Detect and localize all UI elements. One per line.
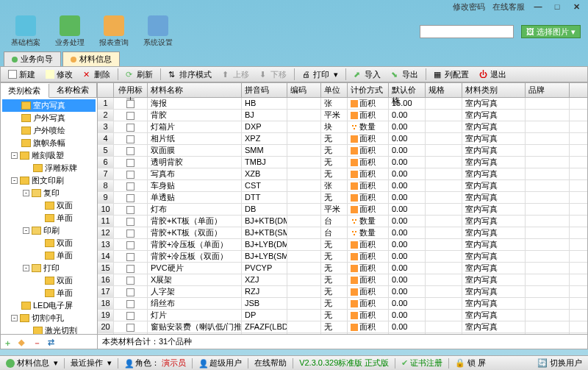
expand-icon[interactable]: - <box>23 265 29 271</box>
tree-item[interactable]: 双面 <box>2 199 96 212</box>
table-row[interactable]: 19灯片DP无面积0.00室内写真 <box>98 310 587 321</box>
disabled-checkbox[interactable] <box>126 124 135 132</box>
tree-item[interactable]: 激光切割 <box>2 324 96 334</box>
status-super[interactable]: 👤超级用户 <box>196 357 245 369</box>
status-material[interactable]: 材料信息 ▾ <box>3 357 61 369</box>
col-name[interactable]: 材料名称 <box>148 83 242 97</box>
table-row[interactable]: 18绢丝布JSB无面积0.00室内写真 <box>98 298 587 310</box>
disabled-checkbox[interactable] <box>126 312 135 320</box>
sidetab-category[interactable]: 类别检索 <box>1 84 49 98</box>
table-row[interactable]: 17人字架RZJ无面积0.00室内写真 <box>98 286 587 298</box>
tree-item[interactable]: 单面 <box>2 249 96 262</box>
table-row[interactable]: 4相片纸XPZ无面积0.00室内写真 <box>98 133 587 145</box>
table-row[interactable]: 14背胶+冷压板（双面）BJ+LYB(SM)无面积0.00室内写真 <box>98 251 587 263</box>
tab-material-info[interactable]: 材料信息 <box>62 51 120 66</box>
exit-button[interactable]: ⏻退出 <box>475 68 511 81</box>
col-disabled[interactable]: 停用标志 <box>114 83 148 97</box>
disabled-checkbox[interactable] <box>126 230 135 238</box>
disabled-checkbox[interactable] <box>126 135 135 143</box>
online-service-link[interactable]: 在线客服 <box>492 1 525 13</box>
category-tree[interactable]: 室内写真户外写真户外喷绘旗帜条幅-雕刻吸塑浮雕标牌-图文印刷-复印双面单面-印刷… <box>1 98 97 334</box>
tree-item[interactable]: 户外写真 <box>2 112 96 124</box>
expand-icon[interactable]: - <box>23 190 29 196</box>
minimize-button[interactable]: — <box>532 2 544 11</box>
tree-item[interactable]: -复印 <box>2 187 96 199</box>
tree-item[interactable]: -切割冲孔 <box>2 312 96 324</box>
table-row[interactable]: 6透明背胶TMBJ无面积0.00室内写真 <box>98 157 587 168</box>
change-password-link[interactable]: 修改密码 <box>453 1 485 13</box>
ribbon-reports[interactable]: 报表查询 <box>96 15 132 48</box>
disabled-checkbox[interactable] <box>126 171 135 179</box>
col-category[interactable]: 材料类别 <box>462 83 526 97</box>
disabled-checkbox[interactable] <box>126 241 135 249</box>
table-row[interactable]: 2背胶BJ平米面积0.00室内写真 <box>98 110 587 121</box>
disabled-checkbox[interactable] <box>126 112 135 120</box>
tab-wizard[interactable]: 业务向导 <box>4 51 61 66</box>
expand-icon[interactable]: - <box>11 177 18 184</box>
edit-button[interactable]: 修改 <box>41 68 77 81</box>
table-row[interactable]: 16X展架XZJ无面积0.00室内写真 <box>98 274 587 286</box>
delete-button[interactable]: ✕删除 <box>79 68 115 81</box>
close-button[interactable]: ✕ <box>570 2 582 12</box>
disabled-checkbox[interactable] <box>126 100 135 108</box>
ribbon-business[interactable]: 业务处理 <box>51 15 88 48</box>
sidetab-name[interactable]: 名称检索 <box>49 83 98 97</box>
status-help[interactable]: 在线帮助 <box>251 357 290 369</box>
table-row[interactable]: 3灯箱片DXP块数量0.00室内写真 <box>98 121 587 133</box>
table-row[interactable]: 11背胶+KT板（单面）BJ+KTB(DM)台数量0.00室内写真 <box>98 216 587 227</box>
status-recent[interactable]: 最近操作 ▾ <box>68 357 115 369</box>
table-row[interactable]: 8车身贴CST张面积0.00室内写真 <box>98 180 587 192</box>
tree-item[interactable]: 双面 <box>2 237 96 249</box>
table-row[interactable]: 9单透贴DTT无面积0.00室内写真 <box>98 192 587 204</box>
disabled-checkbox[interactable] <box>126 300 135 308</box>
maximize-button[interactable]: □ <box>551 2 563 11</box>
table-row[interactable]: 7写真布XZB无面积0.00室内写真 <box>98 168 587 180</box>
disabled-checkbox[interactable] <box>126 147 135 155</box>
tree-item[interactable]: LED电子屏 <box>2 299 96 312</box>
ribbon-settings[interactable]: 系统设置 <box>140 15 176 48</box>
col-unit[interactable]: 单位 <box>321 83 348 97</box>
move-node-button[interactable]: ⇄ <box>48 338 57 346</box>
tree-item[interactable]: 浮雕标牌 <box>2 162 96 174</box>
tree-item[interactable]: -印刷 <box>2 224 96 237</box>
tree-item[interactable]: 旗帜条幅 <box>2 137 96 149</box>
disabled-checkbox[interactable] <box>126 218 135 226</box>
new-button[interactable]: 新建 <box>4 68 40 81</box>
disabled-checkbox[interactable] <box>126 324 135 332</box>
col-brand[interactable]: 品牌 <box>526 83 570 97</box>
disabled-checkbox[interactable] <box>126 253 135 261</box>
status-cert[interactable]: ✔证书注册 <box>398 357 445 369</box>
disabled-checkbox[interactable] <box>126 182 135 191</box>
table-row[interactable]: 1海报HB张面积15.00室内写真 <box>98 98 587 110</box>
tree-item[interactable]: -打印 <box>2 262 96 274</box>
sort-button[interactable]: ⇅排序模式 <box>164 68 216 81</box>
status-role[interactable]: 👤角色：演示员 <box>121 357 189 369</box>
tree-item[interactable]: 户外喷绘 <box>2 124 96 137</box>
import-button[interactable]: ⬈导入 <box>349 68 385 81</box>
ribbon-basic-files[interactable]: 基础档案 <box>7 15 44 48</box>
tree-item[interactable]: 单面 <box>2 212 96 224</box>
table-row[interactable]: 10灯布DB平米面积0.00室内写真 <box>98 204 587 216</box>
table-row[interactable]: 12背胶+KT板（双面）BJ+KTB(SM)台数量0.00室内写真 <box>98 227 587 239</box>
disabled-checkbox[interactable] <box>126 194 135 202</box>
col-code[interactable]: 编码 <box>287 83 321 97</box>
disabled-checkbox[interactable] <box>126 277 135 285</box>
tree-item[interactable]: 室内写真 <box>2 99 96 112</box>
tree-item[interactable]: 单面 <box>2 287 96 299</box>
status-switch-user[interactable]: 🔄切换用户 <box>534 357 585 369</box>
select-picture-button[interactable]: 🖼 选择图片 ▾ <box>521 25 581 38</box>
disabled-checkbox[interactable] <box>126 288 135 296</box>
colcfg-button[interactable]: ▦列配置 <box>429 68 473 81</box>
expand-icon[interactable]: - <box>11 315 18 321</box>
refresh-button[interactable]: ⟳刷新 <box>121 68 157 81</box>
col-pinyin[interactable]: 拼音码 <box>242 83 287 97</box>
add-child-button[interactable]: ◆ <box>18 338 27 346</box>
table-row[interactable]: 20窗贴安装费（喇叭低/门推）ZFAZF(LBD/无面积0.00室内写真 <box>98 321 587 333</box>
table-row[interactable]: 15PVC硬片PVCYP无面积0.00室内写真 <box>98 263 587 274</box>
disabled-checkbox[interactable] <box>126 206 135 214</box>
table-row[interactable]: 5双面膜SMM无面积0.00室内写真 <box>98 145 587 157</box>
tree-item[interactable]: 双面 <box>2 274 96 287</box>
export-button[interactable]: ⬊导出 <box>387 68 423 81</box>
expand-icon[interactable]: - <box>11 152 18 159</box>
expand-icon[interactable]: - <box>23 227 29 234</box>
